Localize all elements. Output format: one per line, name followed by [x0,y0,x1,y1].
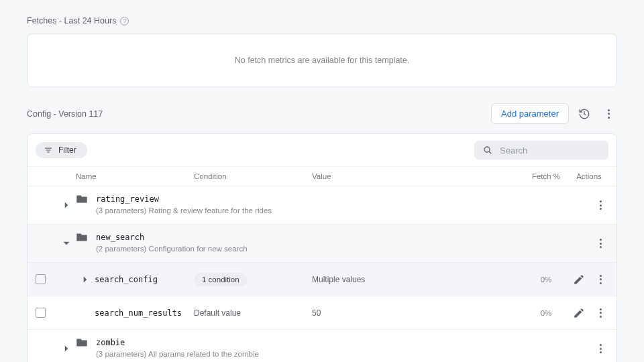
group-name: rating_review [96,194,272,204]
table-row[interactable]: rating_review (3 parameters) Rating & re… [28,186,616,225]
fetches-empty-card: No fetch metrics are available for this … [27,34,617,87]
row-expand-button[interactable] [60,343,72,355]
col-actions: Actions [570,172,608,180]
config-title: Config - Version 117 [27,109,103,119]
param-value: 50 [312,308,321,318]
chevron-down-icon [60,237,72,249]
row-menu-button[interactable] [592,197,608,213]
group-name: new_search [96,233,248,242]
row-checkbox[interactable] [36,308,46,318]
table-row[interactable]: new_search (2 parameters) Configuration … [28,225,616,263]
chevron-right-icon [60,199,72,211]
param-value: Multiple values [312,275,365,284]
fetch-percent: 0% [541,309,552,317]
kebab-icon [600,200,602,210]
folder-icon [76,194,88,204]
kebab-icon [600,344,602,353]
folder-icon [76,233,88,242]
chevron-right-icon [79,274,91,286]
fetches-empty-message: No fetch metrics are available for this … [235,56,410,65]
group-name: zombie [96,338,259,347]
param-name: search_num_results [95,308,182,318]
fetches-section-title: Fetches - Last 24 Hours ? [27,16,617,25]
condition-chip[interactable]: 1 condition [194,273,248,286]
col-fetch: Fetch % [523,172,570,180]
kebab-icon [600,275,602,284]
fetches-title-text: Fetches - Last 24 Hours [27,16,116,25]
filter-button[interactable]: Filter [36,142,87,158]
group-desc: (3 parameters) Rating & review feature f… [96,205,272,216]
search-box[interactable] [474,141,608,160]
row-menu-button[interactable] [592,272,608,288]
history-icon [578,108,590,120]
svg-point-3 [484,147,490,152]
table-row[interactable]: zombie (3 parameters) All params related… [28,330,616,362]
col-name: Name [74,172,194,180]
folder-icon [76,338,88,347]
row-collapse-button[interactable] [60,237,72,249]
config-table-panel: Filter Name Condition Value Fetch % Acti… [27,133,617,362]
row-menu-button[interactable] [592,341,608,357]
group-desc: (3 parameters) All params related to the… [96,349,259,359]
pencil-icon [573,307,585,319]
add-parameter-button[interactable]: Add parameter [491,103,569,124]
more-menu-button[interactable] [600,105,617,123]
row-expand-button[interactable] [79,274,91,286]
edit-button[interactable] [571,305,587,321]
filter-label: Filter [58,145,76,155]
search-input[interactable] [500,145,600,156]
svg-line-4 [489,152,491,154]
chevron-right-icon [60,343,72,355]
param-name: search_config [95,275,158,284]
search-icon [482,145,493,156]
col-condition: Condition [194,172,312,180]
fetch-percent: 0% [541,276,552,284]
kebab-icon [600,308,602,318]
column-header-row: Name Condition Value Fetch % Actions [28,167,616,186]
row-checkbox[interactable] [36,274,46,284]
group-desc: (2 parameters) Configuration for new sea… [96,243,248,254]
condition-text: Default value [194,308,241,318]
col-value: Value [312,172,523,180]
pencil-icon [573,274,585,286]
history-button[interactable] [576,105,593,123]
filter-icon [44,145,53,155]
kebab-icon [600,239,602,248]
row-menu-button[interactable] [592,305,608,321]
row-expand-button[interactable] [60,199,72,211]
edit-button[interactable] [571,272,587,288]
row-menu-button[interactable] [592,235,608,251]
table-row[interactable]: search_num_results Default value 50 0% [28,296,616,330]
help-icon[interactable]: ? [120,17,129,25]
kebab-icon [608,109,610,119]
table-row[interactable]: search_config 1 condition Multiple value… [28,263,616,296]
